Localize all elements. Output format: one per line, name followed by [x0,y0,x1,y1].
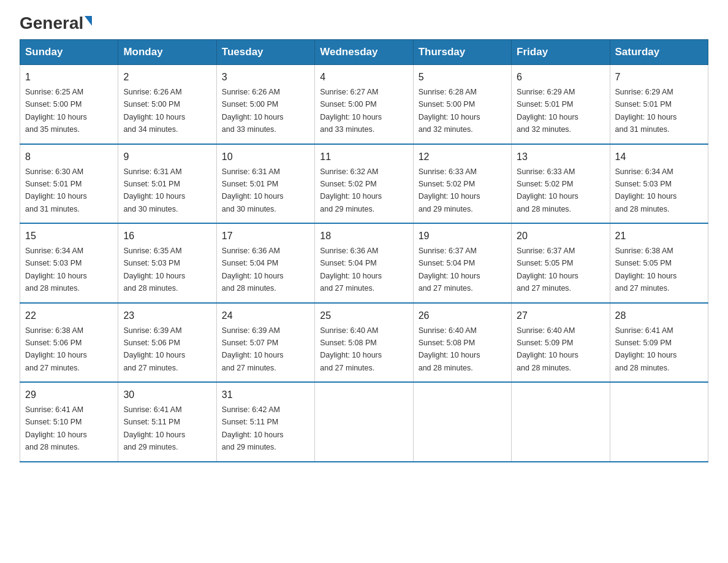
day-number: 3 [222,70,309,85]
header-cell-saturday: Saturday [610,40,708,65]
day-number: 13 [517,150,604,164]
day-cell: 27 Sunrise: 6:40 AMSunset: 5:09 PMDaylig… [512,303,610,383]
day-info: Sunrise: 6:32 AMSunset: 5:02 PMDaylight:… [320,167,382,213]
day-number: 21 [615,229,703,243]
day-number: 14 [615,150,703,164]
day-number: 22 [25,308,113,323]
day-info: Sunrise: 6:40 AMSunset: 5:09 PMDaylight:… [517,326,578,372]
day-info: Sunrise: 6:33 AMSunset: 5:02 PMDaylight:… [517,167,578,213]
day-cell: 7 Sunrise: 6:29 AMSunset: 5:01 PMDayligh… [610,65,708,144]
day-cell: 18 Sunrise: 6:36 AMSunset: 5:04 PMDaylig… [315,223,413,303]
day-number: 1 [25,70,113,85]
day-info: Sunrise: 6:42 AMSunset: 5:11 PMDaylight:… [222,405,284,451]
day-number: 25 [320,308,408,323]
day-cell: 9 Sunrise: 6:31 AMSunset: 5:01 PMDayligh… [118,144,216,224]
day-cell: 4 Sunrise: 6:27 AMSunset: 5:00 PMDayligh… [315,65,413,144]
day-number: 12 [419,150,506,164]
day-cell: 5 Sunrise: 6:28 AMSunset: 5:00 PMDayligh… [413,65,511,144]
day-number: 10 [222,150,309,164]
day-info: Sunrise: 6:36 AMSunset: 5:04 PMDaylight:… [320,247,382,293]
day-cell [315,382,413,462]
day-info: Sunrise: 6:36 AMSunset: 5:04 PMDaylight:… [222,247,284,293]
calendar-header: SundayMondayTuesdayWednesdayThursdayFrid… [20,40,708,65]
day-cell: 22 Sunrise: 6:38 AMSunset: 5:06 PMDaylig… [20,303,118,383]
header-cell-tuesday: Tuesday [216,40,314,65]
day-cell: 3 Sunrise: 6:26 AMSunset: 5:00 PMDayligh… [216,65,314,144]
day-info: Sunrise: 6:26 AMSunset: 5:00 PMDaylight:… [222,88,284,134]
day-info: Sunrise: 6:28 AMSunset: 5:00 PMDaylight:… [419,88,480,134]
day-cell: 15 Sunrise: 6:34 AMSunset: 5:03 PMDaylig… [20,223,118,303]
day-info: Sunrise: 6:31 AMSunset: 5:01 PMDaylight:… [222,167,284,213]
day-info: Sunrise: 6:27 AMSunset: 5:00 PMDaylight:… [320,88,382,134]
day-info: Sunrise: 6:40 AMSunset: 5:08 PMDaylight:… [320,326,382,372]
day-info: Sunrise: 6:40 AMSunset: 5:08 PMDaylight:… [419,326,480,372]
day-cell [610,382,708,462]
day-cell: 29 Sunrise: 6:41 AMSunset: 5:10 PMDaylig… [20,382,118,462]
logo: General [20,15,92,29]
day-info: Sunrise: 6:26 AMSunset: 5:00 PMDaylight:… [123,88,185,134]
day-number: 11 [320,150,408,164]
day-number: 27 [517,308,604,323]
day-cell: 16 Sunrise: 6:35 AMSunset: 5:03 PMDaylig… [118,223,216,303]
day-cell: 6 Sunrise: 6:29 AMSunset: 5:01 PMDayligh… [512,65,610,144]
day-number: 28 [615,308,703,323]
day-number: 23 [123,308,211,323]
day-number: 26 [419,308,506,323]
day-cell [512,382,610,462]
day-cell: 11 Sunrise: 6:32 AMSunset: 5:02 PMDaylig… [315,144,413,224]
day-number: 16 [123,229,211,243]
day-info: Sunrise: 6:30 AMSunset: 5:01 PMDaylight:… [25,167,87,213]
day-number: 4 [320,70,408,85]
day-info: Sunrise: 6:41 AMSunset: 5:11 PMDaylight:… [123,405,185,451]
day-info: Sunrise: 6:33 AMSunset: 5:02 PMDaylight:… [419,167,480,213]
header-cell-wednesday: Wednesday [315,40,413,65]
day-cell: 23 Sunrise: 6:39 AMSunset: 5:06 PMDaylig… [118,303,216,383]
day-info: Sunrise: 6:37 AMSunset: 5:04 PMDaylight:… [419,247,480,293]
day-number: 31 [222,388,309,402]
day-cell: 1 Sunrise: 6:25 AMSunset: 5:00 PMDayligh… [20,65,118,144]
day-cell: 17 Sunrise: 6:36 AMSunset: 5:04 PMDaylig… [216,223,314,303]
day-cell: 13 Sunrise: 6:33 AMSunset: 5:02 PMDaylig… [512,144,610,224]
day-info: Sunrise: 6:37 AMSunset: 5:05 PMDaylight:… [517,247,578,293]
day-cell: 19 Sunrise: 6:37 AMSunset: 5:04 PMDaylig… [413,223,511,303]
logo-text: General [20,15,92,32]
day-info: Sunrise: 6:25 AMSunset: 5:00 PMDaylight:… [25,88,87,134]
day-cell: 20 Sunrise: 6:37 AMSunset: 5:05 PMDaylig… [512,223,610,303]
day-number: 9 [123,150,211,164]
header-cell-thursday: Thursday [413,40,511,65]
page-header: General [20,15,708,29]
day-number: 30 [123,388,211,402]
day-info: Sunrise: 6:41 AMSunset: 5:10 PMDaylight:… [25,405,87,451]
day-number: 7 [615,70,703,85]
week-row-2: 8 Sunrise: 6:30 AMSunset: 5:01 PMDayligh… [20,144,708,224]
day-info: Sunrise: 6:29 AMSunset: 5:01 PMDaylight:… [615,88,677,134]
day-number: 29 [25,388,113,402]
day-cell [413,382,511,462]
calendar-body: 1 Sunrise: 6:25 AMSunset: 5:00 PMDayligh… [20,65,708,462]
day-cell: 14 Sunrise: 6:34 AMSunset: 5:03 PMDaylig… [610,144,708,224]
day-info: Sunrise: 6:34 AMSunset: 5:03 PMDaylight:… [25,247,87,293]
day-number: 18 [320,229,408,243]
day-cell: 10 Sunrise: 6:31 AMSunset: 5:01 PMDaylig… [216,144,314,224]
day-info: Sunrise: 6:31 AMSunset: 5:01 PMDaylight:… [123,167,185,213]
day-cell: 24 Sunrise: 6:39 AMSunset: 5:07 PMDaylig… [216,303,314,383]
day-number: 5 [419,70,506,85]
day-number: 15 [25,229,113,243]
day-cell: 31 Sunrise: 6:42 AMSunset: 5:11 PMDaylig… [216,382,314,462]
day-number: 6 [517,70,604,85]
day-info: Sunrise: 6:39 AMSunset: 5:07 PMDaylight:… [222,326,284,372]
day-info: Sunrise: 6:29 AMSunset: 5:01 PMDaylight:… [517,88,578,134]
day-cell: 21 Sunrise: 6:38 AMSunset: 5:05 PMDaylig… [610,223,708,303]
day-number: 17 [222,229,309,243]
day-info: Sunrise: 6:38 AMSunset: 5:05 PMDaylight:… [615,247,677,293]
week-row-3: 15 Sunrise: 6:34 AMSunset: 5:03 PMDaylig… [20,223,708,303]
day-cell: 12 Sunrise: 6:33 AMSunset: 5:02 PMDaylig… [413,144,511,224]
week-row-1: 1 Sunrise: 6:25 AMSunset: 5:00 PMDayligh… [20,65,708,144]
header-cell-friday: Friday [512,40,610,65]
day-info: Sunrise: 6:38 AMSunset: 5:06 PMDaylight:… [25,326,87,372]
header-row: SundayMondayTuesdayWednesdayThursdayFrid… [20,40,708,65]
day-number: 19 [419,229,506,243]
header-cell-monday: Monday [118,40,216,65]
day-info: Sunrise: 6:34 AMSunset: 5:03 PMDaylight:… [615,167,677,213]
week-row-5: 29 Sunrise: 6:41 AMSunset: 5:10 PMDaylig… [20,382,708,462]
